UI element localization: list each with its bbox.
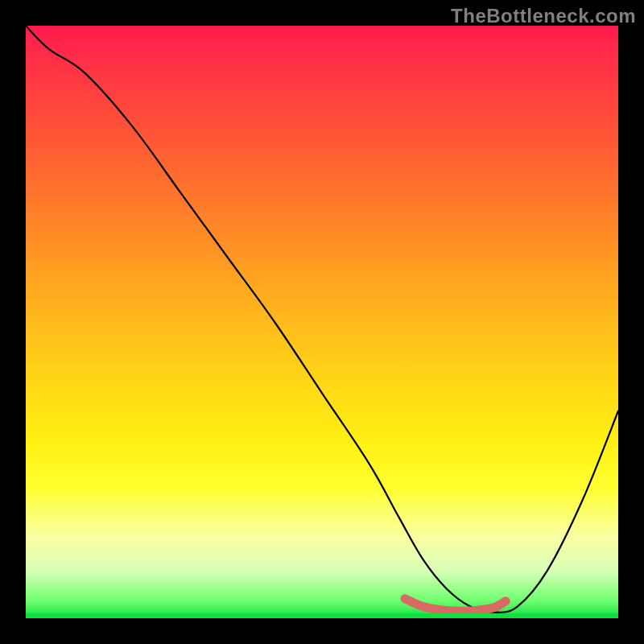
- baseline-edge: [26, 613, 618, 618]
- chart-svg: [26, 26, 618, 618]
- watermark-text: TheBottleneck.com: [451, 5, 636, 27]
- curve-minimum-highlight: [405, 599, 506, 612]
- bottleneck-curve: [26, 26, 618, 613]
- chart-frame: TheBottleneck.com: [0, 0, 644, 644]
- plot-area: [26, 26, 618, 618]
